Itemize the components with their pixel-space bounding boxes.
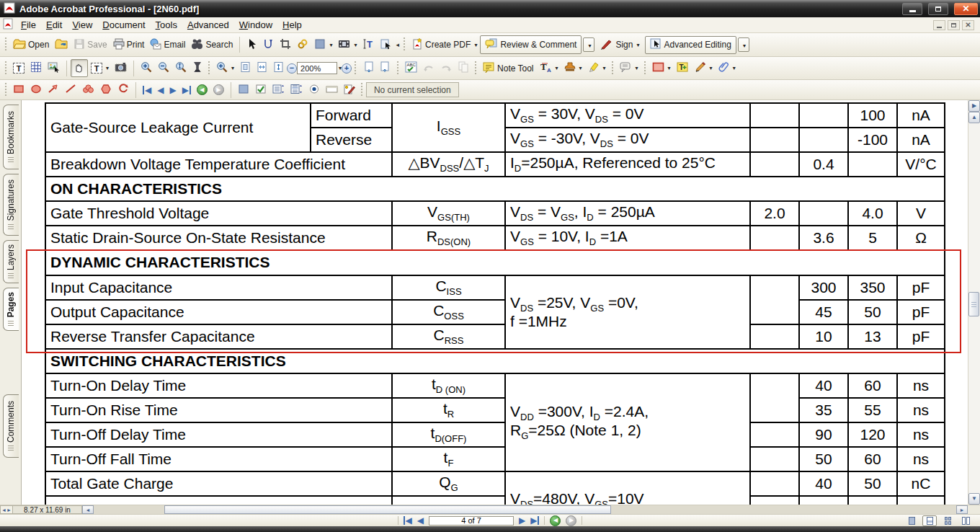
create-pdf-button[interactable]: Create PDF ▾	[409, 35, 480, 54]
draw-arrow-button[interactable]	[45, 81, 62, 98]
draw-cloud-button[interactable]	[79, 81, 97, 98]
button-field-tool[interactable]	[235, 81, 252, 99]
last-page-nav-button[interactable]: ▶	[530, 516, 539, 525]
combo-box-field-tool[interactable]	[270, 81, 288, 99]
review-comment-dropdown[interactable]: ▾	[583, 37, 594, 52]
sign-dropdown-arrow[interactable]: ▾	[636, 42, 639, 48]
pencil-tool-button[interactable]: ▾	[692, 59, 716, 77]
last-page-button[interactable]: ▶	[179, 84, 194, 97]
attach-file-dropdown-arrow[interactable]: ▾	[733, 65, 736, 71]
vertical-scroll-thumb[interactable]	[968, 292, 979, 316]
list-box-field-tool[interactable]	[288, 81, 306, 99]
select-object-tool-button[interactable]	[244, 36, 259, 54]
touchup-text-tool2-button[interactable]: T ▾	[88, 61, 112, 76]
movie-tool-dropdown-arrow[interactable]: ▾	[354, 42, 357, 48]
spell-check-button[interactable]: ABC	[402, 59, 420, 77]
zoom-in-stepper-button[interactable]: +	[342, 63, 352, 74]
toolbar-grip[interactable]	[4, 61, 8, 76]
text-edits-tool-button[interactable]: TA ▾	[537, 59, 561, 77]
scroll-left-button[interactable]: ◄	[82, 505, 94, 514]
rectangle-tool-dropdown-arrow[interactable]: ▾	[668, 65, 671, 71]
loupe-tool-button[interactable]	[190, 59, 205, 77]
next-view-nav-button[interactable]: ▶	[566, 515, 576, 526]
sidebar-tab-comments[interactable]: Comments	[3, 394, 19, 458]
article-tool-button[interactable]	[259, 36, 277, 54]
toolbar-grip[interactable]	[208, 61, 211, 76]
advanced-editing-dropdown[interactable]: ▾	[738, 37, 749, 52]
doc-close-button[interactable]: ✕	[962, 20, 974, 30]
note-tool-button[interactable]: Note Tool	[480, 59, 536, 77]
organizer-button[interactable]	[52, 36, 71, 54]
toolbar-grip[interactable]	[4, 37, 8, 52]
scroll-up-button[interactable]: ▲	[968, 112, 980, 123]
hand-tool-button[interactable]	[71, 59, 88, 77]
next-page-nav-button[interactable]: ▶	[519, 516, 525, 525]
next-page-button[interactable]: ▶	[166, 84, 179, 97]
single-page-layout-button[interactable]	[904, 515, 919, 526]
toolbar-grip[interactable]	[354, 61, 357, 76]
create-pdf-dropdown-arrow[interactable]: ▾	[474, 42, 477, 48]
menu-edit[interactable]: Edit	[41, 18, 67, 32]
zoom-level-field[interactable]: 200%	[297, 62, 337, 74]
continuous-facing-layout-button[interactable]	[940, 515, 955, 526]
menu-window[interactable]: Window	[234, 18, 277, 32]
rectangle-tool-button[interactable]: ▾	[649, 60, 674, 76]
highlighter-dropdown-arrow[interactable]: ▾	[603, 65, 606, 71]
menu-tools[interactable]: Tools	[151, 18, 182, 32]
show-comments-dropdown-arrow[interactable]: ▾	[636, 65, 638, 71]
pencil-dropdown-arrow[interactable]: ▾	[710, 65, 713, 71]
scroll-right-button[interactable]: ►	[956, 505, 968, 514]
text-edits-dropdown-arrow[interactable]: ▾	[556, 65, 558, 71]
sidebar-tab-pages[interactable]: Pages	[3, 288, 19, 331]
menu-file[interactable]: File	[16, 18, 41, 32]
review-comment-button[interactable]: Review & Comment	[480, 35, 582, 54]
draw-polygon-line-button[interactable]	[115, 81, 132, 98]
form-tool-dropdown-arrow[interactable]: ▾	[329, 42, 332, 48]
facing-layout-button[interactable]	[958, 515, 973, 526]
form-tool-button[interactable]: ▾	[311, 36, 335, 54]
menu-advanced[interactable]: Advanced	[182, 18, 234, 32]
touchup-text-tool-button[interactable]: T	[360, 36, 377, 54]
horizontal-scroll-track[interactable]	[94, 505, 956, 514]
link-tool-button[interactable]	[294, 36, 311, 54]
menu-help[interactable]: Help	[277, 18, 307, 32]
sign-button[interactable]: Sign ▾	[597, 36, 642, 54]
checkbox-field-tool[interactable]	[252, 81, 270, 99]
zoom-menu-button[interactable]: ▾	[213, 59, 237, 77]
zoom-in-tool-button[interactable]	[138, 59, 155, 77]
previous-view-page-button[interactable]	[360, 59, 377, 77]
crop-tool-button[interactable]	[277, 36, 294, 54]
signature-field-tool[interactable]	[341, 81, 358, 99]
snapshot-tool-button[interactable]	[112, 59, 130, 77]
doc-minimize-button[interactable]	[933, 20, 945, 30]
fit-width-button[interactable]	[270, 59, 287, 77]
touchup-text-dropdown-arrow[interactable]: ▾	[106, 65, 109, 71]
movie-tool-button[interactable]: ▾	[335, 36, 360, 54]
next-view-page-button[interactable]	[377, 59, 394, 77]
show-comments-button[interactable]: ▾	[617, 59, 641, 77]
email-button[interactable]: Email	[147, 36, 188, 54]
draw-rectangle-button[interactable]	[10, 81, 27, 98]
toolbar-grip[interactable]	[360, 83, 364, 97]
page-number-field[interactable]: 4 of 7	[429, 516, 514, 526]
copy-button[interactable]	[455, 59, 472, 77]
select-text-tool-button[interactable]: T	[10, 61, 27, 76]
horizontal-scroll-thumb[interactable]	[164, 505, 611, 514]
toolbar-grip[interactable]	[643, 61, 647, 76]
restore-button[interactable]	[928, 3, 948, 15]
first-page-nav-button[interactable]: ◀	[404, 516, 412, 525]
print-button[interactable]: Print	[110, 36, 148, 54]
next-view-button[interactable]: ▶	[210, 82, 227, 97]
doc-restore-button[interactable]	[948, 20, 960, 30]
fit-page-button[interactable]	[254, 59, 270, 77]
draw-polygon-button[interactable]	[97, 81, 115, 98]
toolbar-grip[interactable]	[396, 61, 400, 76]
save-button[interactable]: Save	[71, 36, 110, 54]
scroll-down-button[interactable]: ▼	[968, 493, 980, 505]
draw-line-button[interactable]	[62, 81, 79, 98]
menu-document[interactable]: Document	[97, 18, 150, 32]
previous-page-nav-button[interactable]: ◀	[417, 516, 424, 525]
continuous-layout-button[interactable]	[922, 515, 937, 526]
page-size-toggle-button[interactable]: ◄►	[0, 505, 13, 514]
open-button[interactable]: Open	[10, 36, 52, 54]
